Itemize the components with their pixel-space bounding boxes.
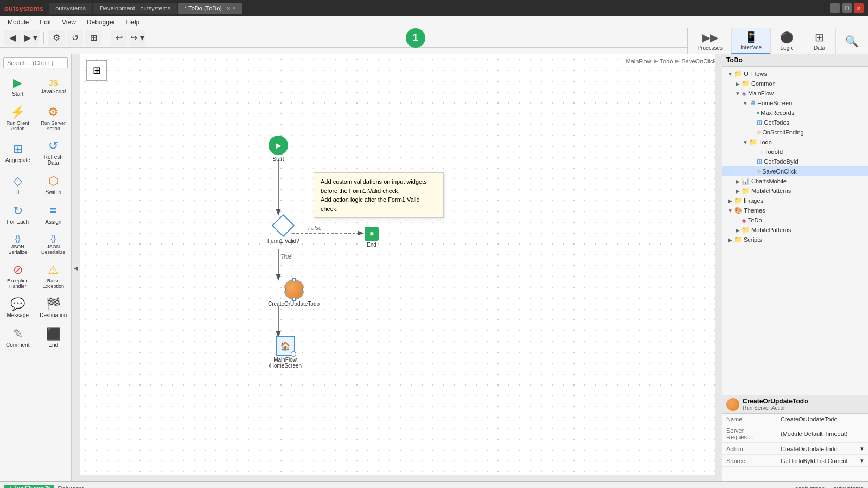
debugger-label[interactable]: Debugger — [58, 485, 84, 489]
toolbox-grid: ▶ Start JS JavaScript ⚡ Run Client Actio… — [0, 72, 71, 352]
menu-view[interactable]: View — [56, 17, 81, 27]
tool-end[interactable]: ⬛ End — [36, 323, 72, 352]
props-value-source[interactable]: GetTodoById.List.Current ▾ — [776, 455, 868, 467]
end-node[interactable]: ■ End — [365, 227, 379, 248]
tree-item-chartsmobile[interactable]: ▶ 📊 ChartsMobile — [722, 176, 868, 186]
menu-debugger[interactable]: Debugger — [81, 17, 121, 27]
end-node-label: End — [367, 242, 376, 248]
view-button[interactable]: ⊞ — [85, 30, 101, 46]
tree-item-todo-theme[interactable]: ◈ ToDo — [722, 215, 868, 225]
tree-item-mobilepatterns-ui[interactable]: ▶ 📁 MobilePatterns — [722, 186, 868, 196]
tree-item-common[interactable]: ▶ 📁 Common — [722, 79, 868, 88]
tree-item-scripts[interactable]: ▶ 📁 Scripts — [722, 235, 868, 245]
tree-toggle-ui-flows[interactable]: ▼ — [726, 71, 734, 77]
tree-toggle-common[interactable]: ▶ — [734, 81, 742, 87]
search-input[interactable] — [3, 57, 68, 68]
tree-item-maxrecords[interactable]: ▪ MaxRecords — [722, 108, 868, 118]
search-tab[interactable]: 🔍 — [835, 28, 868, 54]
data-tab[interactable]: ⊞ Data — [803, 28, 835, 54]
processes-tab[interactable]: ▶▶ Processes — [688, 28, 731, 54]
tool-javascript[interactable]: JS JavaScript — [36, 72, 72, 101]
breadcrumb-mainflow[interactable]: MainFlow — [626, 58, 651, 65]
tool-if[interactable]: ◇ If — [0, 170, 36, 200]
breadcrumb-todo[interactable]: Todo — [660, 58, 673, 65]
props-action-dropdown-icon[interactable]: ▾ — [860, 445, 864, 452]
tree-item-mobilepatterns-theme[interactable]: ▶ 📁 MobilePatterns — [722, 225, 868, 235]
canvas-scroll-horizontal[interactable] — [80, 475, 715, 481]
tree-item-images[interactable]: ▶ 📁 Images — [722, 196, 868, 206]
start-node[interactable]: ▶ Start — [269, 136, 288, 162]
tab-outsystems[interactable]: outsystems — [49, 3, 92, 14]
tool-aggregate[interactable]: ⊞ Aggregate — [0, 135, 36, 170]
tab-dropdown-icon[interactable]: ▾ — [233, 5, 235, 11]
minimize-button[interactable]: — — [830, 3, 840, 13]
settings-button[interactable]: ⚙ — [48, 30, 65, 46]
menu-edit[interactable]: Edit — [34, 17, 56, 27]
tool-run-client-action[interactable]: ⚡ Run Client Action — [0, 101, 36, 135]
tool-comment[interactable]: ✎ Comment — [0, 323, 36, 352]
tool-destination[interactable]: 🏁 Destination — [36, 293, 72, 323]
form-valid-node[interactable]: Form1.Valid? — [267, 214, 299, 244]
tool-run-server-action[interactable]: ⚙ Run Server Action — [36, 101, 72, 135]
tree-item-mainflow[interactable]: ▼ ◈ MainFlow — [722, 88, 868, 98]
breadcrumb-saveonclick[interactable]: SaveOnClick — [681, 58, 716, 65]
undo-button[interactable]: ↩ — [111, 30, 127, 46]
error-count-badge[interactable]: 1 — [406, 28, 425, 48]
tree-item-onscrollending[interactable]: ○ OnScrollEnding — [722, 127, 868, 137]
tool-end-label: End — [48, 342, 58, 348]
canvas-area[interactable]: ⊞ MainFlow ▶ Todo ▶ SaveOnClick — [80, 54, 722, 481]
tree-item-ui-flows[interactable]: ▼ 📁 UI Flows — [722, 69, 868, 79]
tool-assign[interactable]: = Assign — [36, 200, 72, 229]
tool-raise-exception[interactable]: ⚠ Raise Exception — [36, 259, 72, 293]
tree-item-themes[interactable]: ▼ 🎨 Themes — [722, 206, 868, 215]
tool-json-serialize[interactable]: {} JSON Serialize — [0, 229, 36, 259]
tool-for-each[interactable]: ↻ For Each — [0, 200, 36, 229]
back-button[interactable]: ◀ — [4, 30, 21, 46]
tree-toggle-themes[interactable]: ▼ — [726, 208, 734, 214]
interface-tab[interactable]: 📱 Interface — [731, 28, 770, 54]
tree-toggle-todo[interactable]: ▼ — [742, 139, 749, 145]
tree-item-gettodos[interactable]: ⊞ GetTodos — [722, 118, 868, 127]
logic-tab[interactable]: ⚫ Logic — [770, 28, 803, 54]
close-window-button[interactable]: ✕ — [854, 3, 864, 13]
truechange-badge[interactable]: ✓ TrueChange™ — [4, 485, 54, 488]
menu-module[interactable]: Module — [2, 17, 34, 27]
tool-switch[interactable]: ⬡ Switch — [36, 170, 72, 200]
tree-toggle-homescreen[interactable]: ▼ — [742, 100, 749, 106]
tree-toggle-scripts[interactable]: ▶ — [726, 237, 734, 243]
tree-item-saveonclick[interactable]: ○ SaveOnClick — [722, 166, 868, 176]
tool-exception-handler[interactable]: ⊘ Exception Handler — [0, 259, 36, 293]
destination-node[interactable]: 🏠 MainFlow\HomeScreen — [269, 336, 302, 369]
tree-toggle-images[interactable]: ▶ — [726, 198, 734, 204]
tree-item-todo-folder[interactable]: ▼ 📁 Todo — [722, 137, 868, 147]
props-source-dropdown[interactable]: GetTodoById.List.Current ▾ — [781, 457, 864, 464]
tree-toggle-mobilepatterns-theme[interactable]: ▶ — [734, 227, 742, 233]
tree-item-todoid[interactable]: → TodoId — [722, 147, 868, 157]
canvas-helper-icon[interactable]: ⊞ — [86, 60, 107, 81]
redo-button[interactable]: ↪ ▾ — [129, 30, 145, 46]
maximize-button[interactable]: ☐ — [842, 3, 852, 13]
props-value-name[interactable]: CreateOrUpdateTodo — [776, 414, 868, 425]
toolbox-collapse-button[interactable]: ◀ — [71, 54, 80, 481]
forward-button[interactable]: ▶ ▾ — [23, 30, 39, 46]
tree-item-homescreen[interactable]: ▼ 🖥 HomeScreen — [722, 98, 868, 108]
tree-toggle-mainflow[interactable]: ▼ — [734, 91, 742, 97]
tab-development[interactable]: Development - outsystems — [93, 3, 177, 14]
props-value-server-request[interactable]: (Module Default Timeout) — [776, 425, 868, 443]
tool-refresh-data[interactable]: ↺ Refresh Data — [36, 135, 72, 170]
props-value-action[interactable]: CreateOrUpdateTodo ▾ — [776, 443, 868, 455]
tool-message[interactable]: 💬 Message — [0, 293, 36, 323]
props-action-dropdown[interactable]: CreateOrUpdateTodo ▾ — [781, 445, 864, 452]
tree-toggle-mobilepatterns-ui[interactable]: ▶ — [734, 188, 742, 194]
tool-start[interactable]: ▶ Start — [0, 72, 36, 101]
tool-json-deserialize[interactable]: {} JSON Deserialize — [36, 229, 72, 259]
tab-todo[interactable]: * ToDo (ToDo) ✕ ▾ — [178, 3, 242, 14]
tree-item-gettodobyid[interactable]: ⊞ GetTodoById — [722, 157, 868, 166]
close-tab-icon[interactable]: ✕ — [226, 5, 231, 11]
canvas-scroll-vertical[interactable] — [715, 54, 722, 481]
tree-toggle-chartsmobile[interactable]: ▶ — [734, 178, 742, 184]
menu-help[interactable]: Help — [121, 17, 145, 27]
refresh-button[interactable]: ↺ — [67, 30, 83, 46]
props-source-dropdown-icon[interactable]: ▾ — [860, 457, 864, 464]
create-update-node[interactable]: CreateOrUpdateTodo — [268, 279, 320, 307]
